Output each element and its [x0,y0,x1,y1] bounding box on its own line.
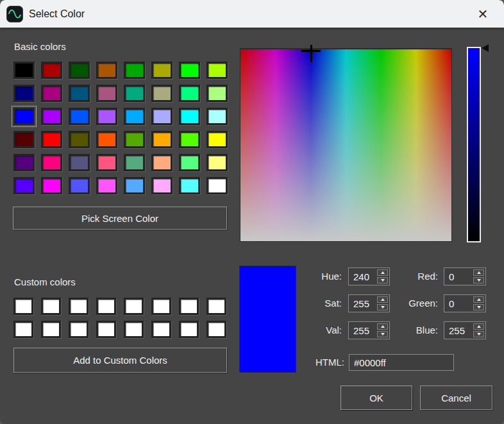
html-label: HTML: [280,353,344,371]
custom-color-swatch[interactable] [206,321,226,338]
close-icon[interactable]: ✕ [471,3,495,24]
basic-color-swatch[interactable] [206,154,228,171]
window-title: Select Color [29,8,85,20]
basic-color-swatch[interactable] [179,177,200,194]
basic-color-swatch[interactable] [151,154,172,171]
basic-color-swatch[interactable] [96,177,117,194]
custom-color-swatch[interactable] [41,321,61,338]
custom-color-swatch[interactable] [96,298,116,315]
hue-input[interactable] [349,268,376,285]
basic-color-swatch[interactable] [96,85,117,102]
basic-color-swatch[interactable] [96,131,117,148]
basic-color-swatch[interactable] [13,131,35,148]
basic-color-swatch[interactable] [41,154,62,171]
cancel-button[interactable]: Cancel [420,386,492,410]
basic-color-swatch[interactable] [96,62,117,79]
basic-color-swatch[interactable] [179,108,200,125]
custom-color-swatch[interactable] [13,321,33,338]
add-to-custom-colors-button[interactable]: Add to Custom Colors [13,348,227,373]
basic-color-swatch[interactable] [69,131,90,148]
blue-spinbox [444,321,486,339]
basic-color-swatch[interactable] [179,85,200,102]
basic-color-swatch[interactable] [124,108,145,125]
custom-color-swatch[interactable] [13,298,33,315]
basic-color-swatch[interactable] [69,85,90,102]
custom-color-swatch[interactable] [151,321,171,338]
basic-color-swatch[interactable] [69,154,90,171]
app-sine-wave-icon [6,6,23,22]
custom-color-swatch[interactable] [124,321,144,338]
basic-color-swatch[interactable] [151,131,172,148]
basic-color-swatch[interactable] [151,108,172,125]
green-label: Green: [374,294,438,312]
basic-color-swatch[interactable] [124,131,145,148]
custom-color-swatch[interactable] [206,298,226,315]
red-spinbox [444,267,486,285]
blue-spin-down-icon[interactable] [473,331,484,337]
basic-color-swatch[interactable] [69,177,90,194]
custom-color-swatch[interactable] [151,298,171,315]
basic-color-swatch[interactable] [69,62,90,79]
custom-color-swatch[interactable] [69,321,88,338]
green-input[interactable] [444,295,472,312]
red-spin-down-icon[interactable] [473,277,484,284]
basic-color-swatch[interactable] [179,62,200,79]
value-slider-arrow-icon[interactable] [482,44,489,52]
basic-color-swatch[interactable] [151,177,172,194]
basic-color-swatch[interactable] [13,85,35,102]
basic-color-swatch[interactable] [151,85,172,102]
green-spin-buttons [472,295,485,312]
custom-color-swatch[interactable] [69,298,88,315]
basic-color-swatch[interactable] [41,62,62,79]
basic-color-swatch[interactable] [13,177,35,194]
basic-color-swatch[interactable] [124,154,145,171]
custom-color-swatch[interactable] [96,321,116,338]
basic-color-swatch[interactable] [179,131,200,148]
val-input[interactable] [349,322,376,339]
basic-colors-grid [13,62,228,194]
basic-color-swatch[interactable] [124,85,145,102]
basic-color-swatch[interactable] [13,154,35,171]
custom-color-swatch[interactable] [179,298,199,315]
basic-color-swatch[interactable] [124,62,145,79]
basic-color-swatch[interactable] [124,177,145,194]
green-spin-up-icon[interactable] [473,296,484,303]
basic-color-swatch[interactable] [41,131,62,148]
basic-color-swatch[interactable] [96,108,117,125]
basic-color-swatch[interactable] [179,154,200,171]
blue-label: Blue: [374,321,438,339]
custom-color-swatch[interactable] [179,321,199,338]
blue-input[interactable] [444,322,472,339]
basic-color-swatch[interactable] [69,108,90,125]
basic-color-swatch[interactable] [206,108,228,125]
basic-color-swatch[interactable] [206,177,228,194]
custom-colors-grid [13,298,226,338]
red-label: Red: [374,267,438,285]
hue-saturation-field[interactable] [240,48,452,242]
html-color-input[interactable] [349,354,454,371]
basic-color-swatch[interactable] [206,131,228,148]
blue-spin-up-icon[interactable] [473,323,484,330]
basic-color-swatch[interactable] [13,62,35,79]
red-spin-buttons [472,268,485,285]
select-color-dialog: Select Color ✕ Basic colors Pick Screen … [0,0,504,424]
sat-input[interactable] [349,295,376,312]
basic-color-swatch[interactable] [96,154,117,171]
basic-color-swatch[interactable] [206,62,228,79]
basic-color-swatch[interactable] [13,108,35,125]
basic-color-swatch[interactable] [206,85,228,102]
basic-color-swatch[interactable] [151,62,172,79]
pick-screen-color-button[interactable]: Pick Screen Color [13,207,227,230]
red-spin-up-icon[interactable] [473,269,484,276]
basic-colors-label: Basic colors [14,41,66,52]
green-spin-down-icon[interactable] [473,304,484,310]
green-spinbox [444,294,486,312]
basic-color-swatch[interactable] [41,177,62,194]
value-slider[interactable] [467,47,481,242]
custom-color-swatch[interactable] [124,298,144,315]
red-input[interactable] [444,268,472,285]
custom-color-swatch[interactable] [41,298,61,315]
ok-button[interactable]: OK [340,386,412,410]
basic-color-swatch[interactable] [41,108,62,125]
basic-color-swatch[interactable] [41,85,62,102]
